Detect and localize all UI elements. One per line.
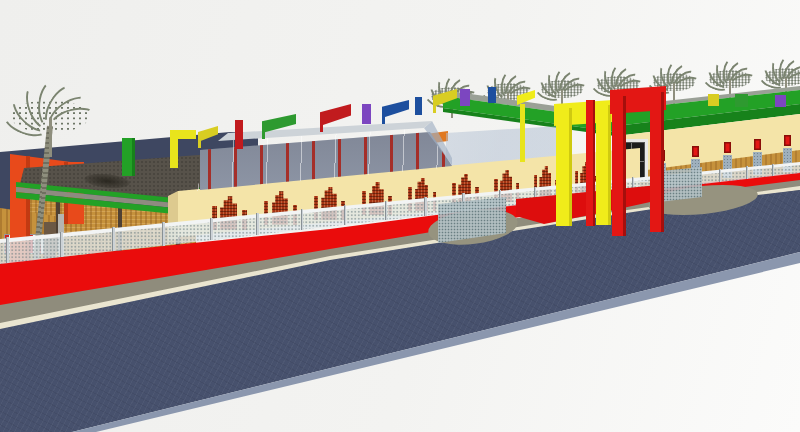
fence-post [746, 166, 748, 179]
roof-flag-post [262, 129, 265, 139]
roof-flag-post [320, 122, 323, 132]
right-window-4 [754, 139, 761, 150]
pavilion-yellow-bar-h [170, 130, 196, 139]
palm-trunk [49, 118, 53, 157]
fence-post [162, 222, 165, 245]
right-window-5 [784, 135, 791, 146]
pavilion-green-post [122, 138, 135, 176]
fence-post [256, 213, 259, 234]
fence-post [210, 218, 213, 240]
yellow-flag-post [520, 104, 525, 162]
fence-post [719, 169, 721, 182]
red-portal-right-leg [650, 92, 664, 232]
fence-post [60, 232, 63, 257]
roof-flag-6 [382, 100, 409, 118]
roof-post-5 [362, 104, 371, 124]
roof-post-9 [460, 89, 470, 106]
fence-post [6, 237, 9, 263]
palm-tree-left [0, 79, 110, 169]
roof-flag-post [198, 138, 201, 148]
fence-post [344, 205, 346, 225]
red-portal-left-leg [612, 96, 626, 236]
fence-post [424, 197, 426, 215]
roof-flag-post [433, 103, 436, 113]
right-window-2 [692, 146, 699, 157]
roof-block-12 [735, 94, 748, 107]
roof-block-13 [775, 95, 786, 107]
red-post-tall [586, 100, 595, 226]
fence-post [772, 164, 774, 176]
roof-post-7 [415, 97, 422, 115]
right-window-3 [724, 142, 731, 153]
roof-post-10 [488, 87, 496, 103]
roof-block-11 [708, 94, 719, 106]
yellow-portal-left-leg [556, 108, 572, 226]
fence-post [301, 209, 303, 230]
fence-post [385, 201, 387, 220]
architectural-render-viewport [0, 0, 800, 432]
roof-post-2 [235, 120, 243, 149]
yellow-portal-right-leg [596, 105, 611, 225]
fence-post [112, 227, 115, 251]
roof-flag-4 [320, 104, 351, 126]
roof-flag-post [382, 114, 385, 124]
